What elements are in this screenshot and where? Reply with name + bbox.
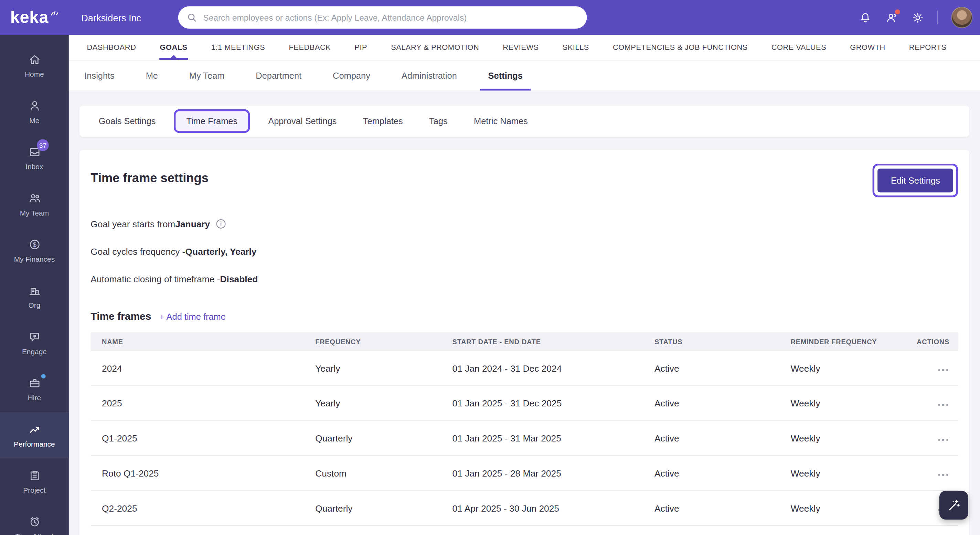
subtab-department[interactable]: Department — [240, 60, 317, 90]
col-status: STATUS — [643, 332, 780, 351]
sidebar-item-my-team[interactable]: My Team — [0, 181, 69, 227]
tab-core-values[interactable]: CORE VALUES — [759, 35, 838, 60]
add-time-frame-link[interactable]: + Add time frame — [159, 311, 226, 321]
row-actions-button[interactable] — [937, 471, 950, 478]
tab-goals[interactable]: GOALS — [148, 35, 199, 60]
top-bar: keka Darksiders Inc — [0, 0, 980, 35]
sidebar-item-my-finances[interactable]: $ My Finances — [0, 227, 69, 273]
sidebar-item-label: Home — [25, 70, 44, 78]
cell-name: Roto Q1-2025 — [91, 456, 304, 491]
sidebar-item-project[interactable]: Project — [0, 458, 69, 505]
col-name: NAME — [91, 332, 304, 351]
table-row: Q2-2025 Quarterly 01 Apr 2025 - 30 Jun 2… — [91, 491, 958, 526]
subtab-settings[interactable]: Settings — [473, 60, 538, 90]
tab-skills[interactable]: SKILLS — [550, 35, 601, 60]
subtab-company[interactable]: Company — [317, 60, 386, 90]
cell-reminder: Weekly — [780, 386, 916, 421]
subtab-administration[interactable]: Administration — [386, 60, 473, 90]
search-icon — [186, 12, 197, 23]
cell-frequency: Quarterly — [304, 491, 441, 526]
user-avatar[interactable] — [951, 7, 972, 28]
settings-tab-templates[interactable]: Templates — [350, 116, 416, 126]
timeframes-heading: Time frames — [91, 311, 151, 322]
tab-growth[interactable]: GROWTH — [838, 35, 897, 60]
magic-wand-icon — [946, 498, 961, 513]
settings-tab-approval-settings[interactable]: Approval Settings — [255, 116, 350, 126]
tab-1-1-meetings[interactable]: 1:1 MEETINGS — [199, 35, 277, 60]
row-actions-button[interactable] — [937, 401, 950, 408]
help-icon[interactable] — [885, 11, 898, 24]
settings-tab-time-frames[interactable]: Time Frames — [174, 110, 250, 133]
sidebar-item-label: My Finances — [14, 256, 55, 263]
logo-sparkle-icon — [50, 9, 59, 16]
notifications-bell-icon[interactable] — [859, 11, 872, 24]
cell-dates: 01 Apr 2025 - 30 Jun 2025 — [441, 491, 643, 526]
tab-salary-promotion[interactable]: SALARY & PROMOTION — [379, 35, 491, 60]
tab-pip[interactable]: PIP — [343, 35, 379, 60]
tab-competencies-job-functions[interactable]: COMPETENCIES & JOB FUNCTIONS — [601, 35, 759, 60]
settings-tab-tags[interactable]: Tags — [416, 116, 461, 126]
sidebar-item-label: Project — [23, 487, 45, 494]
help-notification-dot — [895, 9, 900, 14]
table-row: Q1-2025 Quarterly 01 Jan 2025 - 31 Mar 2… — [91, 421, 958, 456]
sidebar-item-engage[interactable]: Engage — [0, 320, 69, 366]
cell-frequency: Quarterly — [304, 421, 441, 456]
auto-close-prefix: Automatic closing of timeframe - — [91, 274, 220, 284]
secondary-nav: Insights Me My Team Department Company A… — [69, 60, 980, 91]
goal-year-value: January — [175, 219, 210, 229]
global-search — [178, 6, 587, 29]
org-icon — [28, 284, 41, 297]
sidebar-item-me[interactable]: Me — [0, 89, 69, 135]
tab-reviews[interactable]: REVIEWS — [491, 35, 550, 60]
timeframes-table: NAME FREQUENCY START DATE - END DATE STA… — [91, 332, 958, 526]
assistant-button[interactable] — [939, 491, 968, 520]
cell-frequency: Custom — [304, 456, 441, 491]
time-attend-icon — [28, 515, 41, 528]
company-name: Darksiders Inc — [81, 12, 141, 23]
settings-tab-metric-names[interactable]: Metric Names — [461, 116, 541, 126]
page-title: Time frame settings — [91, 171, 208, 186]
sidebar-item-performance[interactable]: Performance — [0, 412, 69, 458]
sidebar-item-label: Engage — [22, 348, 47, 356]
goal-cycles-prefix: Goal cycles frequency - — [91, 246, 185, 257]
user-icon — [28, 99, 41, 113]
col-actions: ACTIONS — [916, 332, 958, 351]
settings-gear-icon[interactable] — [911, 11, 924, 24]
goal-year-prefix: Goal year starts from — [91, 219, 175, 229]
cell-status: Active — [643, 386, 780, 421]
table-row: 2025 Yearly 01 Jan 2025 - 31 Dec 2025 Ac… — [91, 386, 958, 421]
inbox-badge: 37 — [37, 139, 49, 151]
tab-reports[interactable]: REPORTS — [897, 35, 958, 60]
sidebar-item-label: Inbox — [25, 163, 43, 171]
edit-settings-highlight: Edit Settings — [873, 164, 958, 197]
svg-text:$: $ — [33, 241, 36, 248]
auto-close-value: Disabled — [220, 274, 258, 284]
row-actions-button[interactable] — [937, 366, 950, 373]
cell-dates: 01 Jan 2025 - 28 Mar 2025 — [441, 456, 643, 491]
cell-reminder: Weekly — [780, 351, 916, 386]
search-input[interactable] — [178, 6, 587, 29]
cell-status: Active — [643, 456, 780, 491]
keka-logo[interactable]: keka — [0, 8, 69, 27]
settings-tab-goals-settings[interactable]: Goals Settings — [86, 116, 169, 126]
sidebar-item-home[interactable]: Home — [0, 43, 69, 89]
sidebar-item-org[interactable]: Org — [0, 274, 69, 320]
sidebar: Home Me Inbox 37 My Team $ My Finances O… — [0, 35, 69, 535]
subtab-insights[interactable]: Insights — [69, 60, 130, 90]
row-actions-button[interactable] — [937, 436, 950, 443]
col-frequency: FREQUENCY — [304, 332, 441, 351]
info-icon[interactable] — [216, 219, 226, 229]
performance-icon — [28, 423, 41, 436]
sidebar-item-hire[interactable]: Hire — [0, 366, 69, 412]
sidebar-item-label: Performance — [14, 440, 55, 448]
sidebar-item-time-attend[interactable]: Time Attend — [0, 505, 69, 535]
edit-settings-button[interactable]: Edit Settings — [878, 168, 953, 192]
sidebar-item-label: Time Attend — [16, 533, 54, 535]
sidebar-item-inbox[interactable]: Inbox 37 — [0, 135, 69, 181]
subtab-my-team[interactable]: My Team — [173, 60, 240, 90]
home-icon — [28, 53, 41, 66]
tab-feedback[interactable]: FEEDBACK — [277, 35, 343, 60]
cell-frequency: Yearly — [304, 386, 441, 421]
subtab-me[interactable]: Me — [130, 60, 173, 90]
tab-dashboard[interactable]: DASHBOARD — [75, 35, 148, 60]
